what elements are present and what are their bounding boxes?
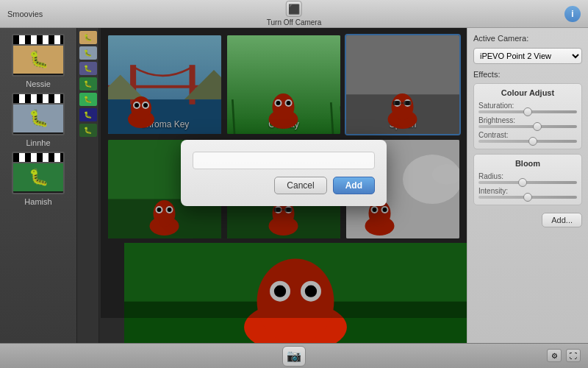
clapperboard-img-nessie: 🐛	[13, 46, 63, 74]
brightness-row: Brightness:	[478, 116, 577, 128]
camera-select[interactable]: iPEVO Point 2 View	[473, 48, 582, 64]
sidebar-label-nessie: Nessie	[26, 79, 51, 88]
content-area: 🐛 🐛 🐛 🐛 🐛 🐛 🐛	[77, 28, 467, 343]
top-bar: Smoovies ⬛ Turn Off Camera i	[0, 0, 588, 28]
bottom-right-controls: ⚙ ⛶	[547, 349, 581, 362]
contrast-row: Contrast:	[478, 131, 577, 143]
thumb-mini-6[interactable]: 🐛	[79, 108, 97, 121]
camera-label: Turn Off Camera	[267, 18, 321, 26]
main-layout: 🐛 Nessie 🐛 Linnhe 🐛 Hamish 🐛 🐛 🐛	[0, 28, 588, 343]
sidebar: 🐛 Nessie 🐛 Linnhe 🐛 Hamish	[0, 28, 77, 343]
colour-adjust-title: Colour Adjust	[478, 88, 577, 97]
thumbnail-strip: 🐛 🐛 🐛 🐛 🐛 🐛 🐛	[77, 28, 99, 343]
app-title: Smoovies	[7, 10, 43, 18]
thumb-mini-7[interactable]: 🐛	[79, 124, 97, 137]
intensity-track[interactable]	[478, 196, 577, 199]
thumb-mini-3[interactable]: 🐛	[79, 62, 97, 75]
intensity-row: Intensity:	[478, 187, 577, 199]
radius-label: Radius:	[478, 172, 577, 180]
colour-adjust-section: Colour Adjust Saturation: Brightness: Co…	[473, 83, 582, 149]
brightness-label: Brightness:	[478, 116, 577, 124]
intensity-thumb[interactable]	[523, 193, 532, 202]
brightness-track[interactable]	[478, 125, 577, 128]
camera-select-wrap: iPEVO Point 2 View	[473, 48, 582, 64]
clapperboard-top	[13, 35, 63, 46]
clapperboard-top-linnhe	[13, 94, 63, 105]
saturation-track[interactable]	[478, 110, 577, 113]
add-effect-button[interactable]: Add...	[542, 213, 582, 227]
sidebar-item-hamish[interactable]: 🐛 Hamish	[5, 152, 71, 206]
settings-button[interactable]: ⚙	[547, 349, 562, 362]
thumb-mini-5[interactable]: 🐛	[79, 93, 97, 106]
clapperboard-nessie: 🐛	[12, 34, 65, 77]
clapperboard-linnhe: 🐛	[12, 93, 65, 135]
thumb-mini-1[interactable]: 🐛	[79, 31, 97, 44]
radius-thumb[interactable]	[518, 178, 527, 187]
sidebar-label-hamish: Hamish	[24, 197, 51, 206]
sidebar-item-linnhe[interactable]: 🐛 Linnhe	[5, 93, 71, 147]
capture-icon: 📷	[287, 349, 301, 363]
right-panel: Active Camera: iPEVO Point 2 View Effect…	[467, 28, 588, 343]
clapperboard-img-hamish: 🐛	[13, 163, 63, 191]
thumb-mini-4[interactable]: 🐛	[79, 77, 97, 91]
add-button[interactable]: Add	[333, 177, 375, 194]
saturation-thumb[interactable]	[523, 107, 532, 116]
effects-header: Effects:	[473, 70, 582, 79]
inspector-button[interactable]: i	[564, 6, 581, 22]
dialog-buttons: Cancel Add	[193, 177, 375, 194]
camera-icon: ⬛	[286, 1, 302, 17]
capture-button[interactable]: 📷	[282, 346, 306, 367]
cancel-button[interactable]: Cancel	[274, 177, 326, 194]
expand-button[interactable]: ⛶	[566, 349, 581, 362]
sidebar-label-linnhe: Linnhe	[26, 138, 50, 147]
clapperboard-hamish: 🐛	[12, 152, 65, 194]
radius-row: Radius:	[478, 172, 577, 184]
thumb-mini-2[interactable]: 🐛	[79, 46, 97, 60]
camera-button[interactable]: ⬛ Turn Off Camera	[267, 1, 321, 26]
brightness-thumb[interactable]	[533, 122, 542, 131]
active-camera-label: Active Camera:	[473, 34, 582, 43]
radius-track[interactable]	[478, 181, 577, 184]
bloom-title: Bloom	[478, 159, 577, 168]
inspector-icon: i	[571, 9, 573, 19]
dialog-input[interactable]	[193, 152, 375, 169]
dialog: Cancel Add	[181, 140, 387, 206]
contrast-thumb[interactable]	[528, 137, 537, 146]
clapperboard-top-hamish	[13, 153, 63, 163]
contrast-track[interactable]	[478, 140, 577, 143]
clapperboard-img-linnhe: 🐛	[13, 105, 63, 132]
bottom-bar: 📷 ⚙ ⛶	[0, 343, 588, 368]
contrast-label: Contrast:	[478, 131, 577, 139]
bloom-section: Bloom Radius: Intensity:	[473, 154, 582, 205]
sidebar-item-nessie[interactable]: 🐛 Nessie	[5, 34, 71, 88]
saturation-row: Saturation:	[478, 102, 577, 113]
dialog-overlay: Cancel Add	[101, 28, 467, 318]
